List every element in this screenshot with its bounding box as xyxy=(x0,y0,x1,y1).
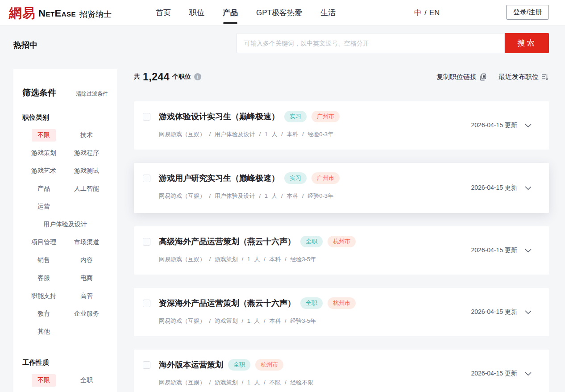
job-card-1[interactable]: 游戏体验设计实习生（巅峰极速） 实习 广州市 网易游戏（互娱） / 用户体验及设… xyxy=(134,101,549,150)
job-update-date: 2026-04-15 更新 xyxy=(471,370,517,378)
job-update-date: 2026-04-15 更新 xyxy=(471,308,517,316)
job-category-options: 不限 技术 游戏策划 游戏程序 游戏艺术 游戏测试 产品 人工智能 运营 用户体… xyxy=(22,126,108,341)
filter-option-type-unlimited[interactable]: 不限 xyxy=(22,371,65,389)
list-actions: 复制职位链接 最近发布职位 xyxy=(436,73,549,81)
filter-option-game-test[interactable]: 游戏测试 xyxy=(65,162,108,180)
nav-item-life[interactable]: 生活 xyxy=(320,0,336,25)
job-meta: 网易游戏（互娱） / 用户体验及设计 / 1 人 / 本科 / 经验0-3年 xyxy=(159,192,340,200)
job-checkbox[interactable] xyxy=(143,300,150,307)
job-checkbox[interactable] xyxy=(143,361,150,369)
job-card-5[interactable]: 海外版本运营策划 全职 杭州市 网易游戏（互娱） / 游戏策划 / 1 人 / … xyxy=(134,350,549,392)
language-switcher: 中 / EN xyxy=(414,0,440,25)
job-title[interactable]: 游戏体验设计实习生（巅峰极速） xyxy=(159,111,279,122)
main-nav: 首页 职位 产品 GPT极客热爱 生活 xyxy=(156,0,336,25)
job-city-badge: 杭州市 xyxy=(255,359,283,371)
netease-logo-cn: 網易 xyxy=(9,4,36,22)
job-city-badge: 杭州市 xyxy=(328,297,356,309)
job-city-badge: 广州市 xyxy=(312,172,340,184)
filter-sidebar: 筛选条件 清除过滤条件 职位类别 不限 技术 游戏策划 游戏程序 游戏艺术 游戏… xyxy=(13,69,117,392)
lang-separator: / xyxy=(424,8,427,17)
filter-option-content[interactable]: 内容 xyxy=(65,251,108,269)
nav-item-products[interactable]: 产品 xyxy=(223,0,238,25)
netease-logo-suffix: 招贤纳士 xyxy=(79,9,112,20)
filter-option-enterprise-service[interactable]: 企业服务 xyxy=(65,305,108,323)
job-cards: 游戏体验设计实习生（巅峰极速） 实习 广州市 网易游戏（互娱） / 用户体验及设… xyxy=(134,101,549,392)
job-checkbox[interactable] xyxy=(143,113,150,121)
filter-option-education[interactable]: 教育 xyxy=(22,305,65,323)
job-total-prefix: 共 xyxy=(134,73,140,81)
job-city-badge: 广州市 xyxy=(312,111,340,122)
job-total-count: 1,244 xyxy=(143,71,170,83)
filter-option-customer-service[interactable]: 客服 xyxy=(22,269,65,287)
sort-recent-label: 最近发布职位 xyxy=(499,73,539,81)
sort-descending-icon xyxy=(541,74,549,80)
job-checkbox[interactable] xyxy=(143,238,150,246)
filter-option-game-design[interactable]: 游戏策划 xyxy=(22,144,65,162)
job-meta: 网易游戏（互娱） / 游戏策划 / 1 人 / 不限 / 经验不限 xyxy=(159,379,313,387)
login-register-button[interactable]: 登录/注册 xyxy=(506,5,549,20)
filter-option-marketing[interactable]: 市场渠道 xyxy=(65,234,108,251)
job-title[interactable]: 海外版本运营策划 xyxy=(159,359,223,370)
filter-option-game-art[interactable]: 游戏艺术 xyxy=(22,162,65,180)
job-title[interactable]: 资深海外产品运营策划（燕云十六声） xyxy=(159,298,295,309)
nav-item-jobs[interactable]: 职位 xyxy=(189,0,204,25)
job-update-date: 2026-04-15 更新 xyxy=(471,121,517,129)
chevron-down-icon[interactable] xyxy=(525,249,532,253)
job-meta: 网易游戏（互娱） / 游戏策划 / 1 人 / 本科 / 经验3-5年 xyxy=(159,317,356,325)
lang-zh[interactable]: 中 xyxy=(414,8,422,18)
job-checkbox[interactable] xyxy=(143,175,150,182)
chevron-down-icon[interactable] xyxy=(525,186,532,190)
filter-section-job-category: 职位类别 xyxy=(22,113,108,122)
nav-item-gpt[interactable]: GPT极客热爱 xyxy=(256,0,302,25)
filter-option-executive[interactable]: 高管 xyxy=(65,287,108,305)
job-card-2[interactable]: 游戏用户研究实习生（巅峰极速） 实习 广州市 网易游戏（互娱） / 用户体验及设… xyxy=(134,163,549,213)
job-type-badge: 全职 xyxy=(228,359,250,371)
top-header: 網易 NetEase 招贤纳士 首页 职位 产品 GPT极客热爱 生活 中 / … xyxy=(0,0,565,25)
filter-option-functional-support[interactable]: 职能支持 xyxy=(22,287,65,305)
filter-option-product[interactable]: 产品 xyxy=(22,180,65,198)
job-meta: 网易游戏（互娱） / 用户体验及设计 / 1 人 / 本科 / 经验0-3年 xyxy=(159,130,340,138)
sort-recent-button[interactable]: 最近发布职位 xyxy=(499,73,549,81)
job-city-badge: 杭州市 xyxy=(328,236,356,247)
filter-option-project-mgmt[interactable]: 项目管理 xyxy=(22,234,65,251)
copy-job-links-label: 复制职位链接 xyxy=(436,73,477,81)
chevron-down-icon[interactable] xyxy=(525,372,532,376)
list-header: 共 1,244 个职位 i 复制职位链接 最近发布职位 xyxy=(134,69,549,84)
job-type-badge: 实习 xyxy=(284,111,307,122)
job-title[interactable]: 游戏用户研究实习生（巅峰极速） xyxy=(159,173,279,183)
netease-logo-en: NetEase xyxy=(38,8,76,19)
filter-option-ux-design[interactable]: 用户体验及设计 xyxy=(22,216,108,234)
job-type-badge: 全职 xyxy=(300,297,323,309)
job-update-date: 2026-04-15 更新 xyxy=(471,184,517,192)
filter-option-game-program[interactable]: 游戏程序 xyxy=(65,144,108,162)
job-total-suffix: 个职位 xyxy=(172,73,191,81)
filter-option-unlimited[interactable]: 不限 xyxy=(22,126,65,144)
filter-section-job-type: 工作性质 xyxy=(22,359,108,367)
job-type-options: 不限 全职 xyxy=(22,371,108,389)
copy-job-links-button[interactable]: 复制职位链接 xyxy=(436,73,487,81)
job-card-3[interactable]: 高级海外产品运营策划（燕云十六声） 全职 杭州市 网易游戏（互娱） / 游戏策划… xyxy=(134,226,549,275)
job-card-4[interactable]: 资深海外产品运营策划（燕云十六声） 全职 杭州市 网易游戏（互娱） / 游戏策划… xyxy=(134,288,549,336)
search-button[interactable]: 搜索 xyxy=(505,33,549,53)
filter-option-ai[interactable]: 人工智能 xyxy=(65,180,108,198)
hot-jobs-label: 热招中 xyxy=(13,40,37,50)
filter-option-ecommerce[interactable]: 电商 xyxy=(65,269,108,287)
filter-option-operations[interactable]: 运营 xyxy=(22,198,65,216)
lang-en[interactable]: EN xyxy=(429,8,440,17)
filter-option-tech[interactable]: 技术 xyxy=(65,126,108,144)
info-icon[interactable]: i xyxy=(194,73,201,80)
chevron-down-icon[interactable] xyxy=(525,124,532,128)
filters-title: 筛选条件 xyxy=(22,87,56,99)
job-title[interactable]: 高级海外产品运营策划（燕云十六声） xyxy=(159,236,295,247)
filter-option-sales[interactable]: 销售 xyxy=(22,251,65,269)
nav-item-home[interactable]: 首页 xyxy=(156,0,171,25)
job-total: 共 1,244 个职位 i xyxy=(134,71,201,83)
chevron-down-icon[interactable] xyxy=(525,310,532,314)
clear-filters-button[interactable]: 清除过滤条件 xyxy=(76,90,108,98)
search-input[interactable] xyxy=(237,33,505,53)
job-update-date: 2026-04-15 更新 xyxy=(471,246,517,254)
filter-option-other[interactable]: 其他 xyxy=(22,323,65,341)
job-type-badge: 全职 xyxy=(300,236,323,247)
netease-logo[interactable]: 網易 NetEase 招贤纳士 xyxy=(9,4,112,22)
filter-option-fulltime[interactable]: 全职 xyxy=(65,371,108,389)
